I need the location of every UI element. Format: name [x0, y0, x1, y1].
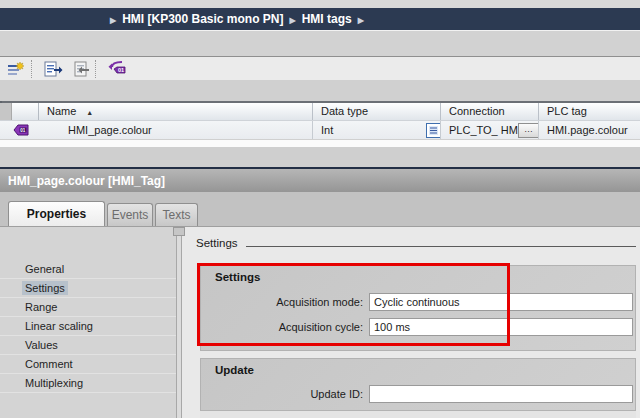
splitter-handle[interactable] [173, 227, 185, 236]
import-button[interactable] [69, 59, 91, 79]
breadcrumb-item-hmi[interactable]: HMI [KP300 Basic mono PN] [122, 12, 283, 26]
breadcrumb-arrow-icon: ▶ [358, 15, 364, 24]
nav-item-multiplexing[interactable]: Multiplexing [0, 374, 176, 393]
column-header-connection[interactable]: Connection [440, 103, 538, 120]
inspector-tabs: Properties Events Texts [0, 192, 640, 226]
connection-browse-button[interactable]: … [518, 123, 539, 138]
inspector-title-bar: HMI_page.colour [HMI_Tag] [0, 167, 640, 192]
properties-nav: General Settings Range Linear scaling Va… [0, 227, 176, 418]
cell-name[interactable]: HMI_page.colour [38, 121, 312, 140]
tab-events[interactable]: Events [107, 203, 153, 226]
add-tag-icon [7, 61, 25, 77]
settings-group-title: Settings [215, 271, 260, 283]
add-tag-button[interactable] [5, 59, 27, 79]
update-group-title: Update [215, 364, 254, 376]
data-type-dropdown-button[interactable] [426, 123, 441, 138]
settings-pane: Settings Settings Acquisition mode: Acqu… [182, 227, 640, 418]
export-icon [44, 61, 63, 77]
cell-plc-tag[interactable]: HMI.page.colour [538, 121, 640, 140]
export-button[interactable] [42, 59, 64, 79]
inspector-title: HMI_page.colour [HMI_Tag] [8, 174, 165, 188]
nav-item-linear-scaling[interactable]: Linear scaling [0, 317, 176, 336]
nav-item-comment[interactable]: Comment [0, 355, 176, 374]
section-rule [246, 246, 636, 247]
panel-gap [0, 147, 640, 167]
breadcrumb-arrow-icon: ▶ [110, 15, 116, 24]
update-groupbox: Update Update ID: [200, 358, 636, 411]
import-icon [71, 61, 90, 77]
tia-portal-window: ▶ HMI [KP300 Basic mono PN] ▶ HMI tags ▶ [0, 0, 640, 418]
column-header-data-type[interactable]: Data type [312, 103, 440, 120]
nav-item-general[interactable]: General [0, 260, 176, 279]
acquisition-cycle-label: Acquisition cycle: [213, 318, 363, 336]
goto-plc-tag-button[interactable]: 01 [106, 59, 128, 79]
header-gap [0, 30, 640, 57]
column-header-name[interactable]: Name▲ [38, 103, 312, 120]
breadcrumb-item-hmi-tags[interactable]: HMI tags [302, 12, 352, 26]
tab-properties[interactable]: Properties [8, 201, 105, 226]
toolbar-gap [0, 80, 640, 101]
nav-item-values[interactable]: Values [0, 336, 176, 355]
toolbar-separator [31, 60, 33, 78]
svg-text:01: 01 [20, 128, 26, 133]
section-header: Settings [196, 235, 636, 251]
breadcrumb-arrow-icon: ▶ [290, 15, 296, 24]
tag-table-toolbar: 01 [0, 56, 640, 81]
tab-texts[interactable]: Texts [155, 203, 198, 226]
hmi-tag-icon: 01 [13, 123, 31, 137]
properties-content: General Settings Range Linear scaling Va… [0, 226, 640, 418]
sort-ascending-icon: ▲ [86, 109, 93, 116]
cell-data-type[interactable]: Int [312, 121, 440, 140]
column-header-plc-tag[interactable]: PLC tag [538, 103, 640, 120]
goto-plc-tag-icon: 01 [107, 60, 127, 78]
svg-text:01: 01 [118, 67, 124, 73]
acquisition-cycle-input[interactable] [369, 318, 633, 336]
update-id-label: Update ID: [213, 385, 363, 403]
toolbar-separator [95, 60, 97, 78]
breadcrumb: ▶ HMI [KP300 Basic mono PN] ▶ HMI tags ▶ [0, 8, 640, 30]
acquisition-mode-input[interactable] [369, 293, 633, 311]
list-icon [429, 126, 438, 135]
bottom-strip [200, 411, 636, 418]
table-row[interactable]: 01 HMI_page.colour Int PLC_TO_ HMI … HMI… [0, 120, 640, 140]
nav-item-settings[interactable]: Settings [0, 279, 176, 298]
section-title: Settings [196, 237, 238, 249]
settings-groupbox: Settings Acquisition mode: Acquisition c… [200, 265, 636, 351]
nav-item-range[interactable]: Range [0, 298, 176, 317]
update-id-input[interactable] [369, 385, 633, 403]
acquisition-mode-label: Acquisition mode: [213, 293, 363, 311]
tag-table-header: Name▲ Data type Connection PLC tag [0, 101, 640, 122]
